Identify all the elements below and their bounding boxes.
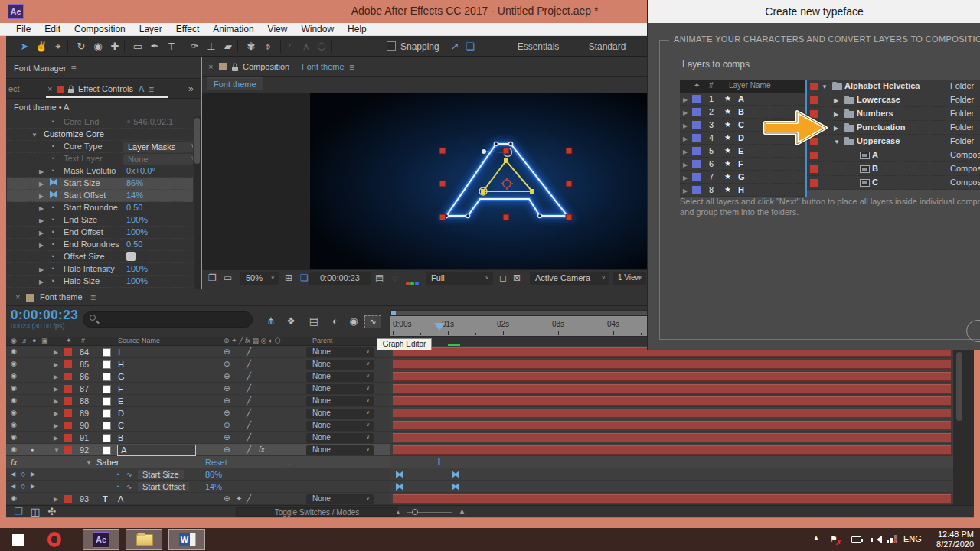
quality-switch-icon[interactable]: ╱	[247, 396, 251, 405]
volume-icon[interactable]	[873, 536, 882, 543]
eye-icon[interactable]: ◉	[11, 433, 17, 441]
stopwatch-icon[interactable]: ◔	[50, 240, 55, 249]
layer-label-box[interactable]	[103, 409, 111, 418]
layer-track-93[interactable]	[390, 493, 953, 505]
stopwatch-icon[interactable]: ◔	[50, 227, 55, 236]
tree-item-punctuation[interactable]: ▶ Punctuation Folder	[807, 121, 980, 135]
playhead[interactable]	[434, 323, 445, 331]
zoom-in-icon[interactable]: ▲	[458, 507, 466, 516]
keyframe-marker[interactable]	[452, 471, 459, 478]
search-input[interactable]	[83, 311, 253, 328]
more-link[interactable]: ...	[285, 458, 292, 467]
type-tool[interactable]: T	[164, 39, 179, 54]
tree-item-c[interactable]: C Composition	[807, 176, 980, 190]
eye-icon[interactable]: ◉	[11, 409, 17, 416]
eye-icon[interactable]: ◉	[11, 494, 17, 502]
primary-viewer-icon[interactable]: ▭	[224, 272, 232, 283]
next-keyframe-icon[interactable]: ▶	[31, 471, 35, 478]
close-icon[interactable]: ×	[47, 84, 52, 93]
shy-switch-icon[interactable]: ⊕	[224, 494, 230, 503]
work-area-start-handle[interactable]	[391, 311, 396, 315]
ec-row-start-offset[interactable]: ▶◔Start Offset14%	[7, 190, 193, 202]
ec-row-text-layer[interactable]: Text Layer◔None∨	[7, 153, 193, 165]
start-button[interactable]	[12, 534, 24, 546]
shy-switch-icon[interactable]: ⊕	[224, 384, 230, 393]
parent-dropdown[interactable]: None∨	[306, 433, 374, 443]
parent-dropdown[interactable]: None∨	[306, 445, 374, 455]
shy-switch-icon[interactable]: ⊕	[224, 347, 230, 356]
effect-track[interactable]: I	[390, 456, 953, 468]
tree-item-numbers[interactable]: ▶ Numbers Folder	[807, 107, 980, 121]
panel-menu-icon[interactable]: ≡	[90, 292, 96, 303]
brainstorm-icon[interactable]: ◉	[346, 314, 361, 328]
quality-switch-icon[interactable]: ╱	[247, 372, 251, 380]
quality-switch-icon[interactable]: ╱	[247, 445, 251, 454]
menu-composition[interactable]: Composition	[67, 24, 132, 34]
layer-label-box[interactable]	[103, 373, 111, 381]
shy-switch-icon[interactable]: ⊕	[224, 372, 230, 380]
language-indicator[interactable]: ENG	[903, 534, 922, 543]
battery-icon[interactable]	[851, 536, 861, 543]
stopwatch-icon[interactable]: ◔	[115, 470, 120, 479]
layer-track-90[interactable]	[390, 419, 953, 432]
layer-row-91[interactable]: ◉ ▶ 91 B ⊕╱None∨	[6, 432, 390, 444]
ec-row-end-roundnes[interactable]: ▶◔End Roundnes0.50	[7, 239, 193, 251]
eye-icon[interactable]: ◉	[11, 372, 17, 380]
parent-dropdown[interactable]: None∨	[306, 396, 374, 406]
hidden-icons-chevron[interactable]: ▲	[813, 534, 819, 541]
lock-icon[interactable]	[68, 85, 74, 93]
layer-track-86[interactable]	[390, 370, 953, 383]
eraser-tool[interactable]: ▰	[220, 39, 236, 54]
eye-icon[interactable]: ◉	[11, 421, 17, 429]
tree-item-lowercase[interactable]: ▶ Lowercase Folder	[807, 93, 980, 107]
layer-label-box[interactable]	[103, 348, 111, 357]
motion-blur-icon[interactable]: ◐	[328, 314, 343, 328]
grid-guides-icon[interactable]: ⊞	[285, 272, 292, 283]
quality-switch-icon[interactable]: ╱	[247, 433, 251, 442]
stopwatch-icon[interactable]: ◔	[50, 264, 55, 273]
shy-switch-icon[interactable]: ⊕	[224, 409, 230, 417]
comp-flowchart-icon[interactable]: ⋔	[263, 314, 279, 328]
close-icon[interactable]: ×	[15, 292, 20, 302]
prop-row-start-size[interactable]: ◀ ◇ ▶ ◔ ∿ Start Size 86%	[6, 468, 390, 481]
draft-3d-icon[interactable]: ❖	[283, 314, 299, 328]
typeface-layer-row[interactable]: ▶ 7 ★ G	[680, 171, 806, 184]
composition-tab-label[interactable]: Composition	[243, 62, 289, 71]
zoom-out-icon[interactable]: ▲	[395, 509, 401, 516]
layer-label-box[interactable]	[103, 397, 111, 406]
snap-target-icon[interactable]: ❏	[462, 39, 478, 54]
prev-keyframe-icon[interactable]: ◀	[11, 471, 15, 478]
ec-row-halo-intensity[interactable]: ▶◔Halo Intensity100%	[7, 263, 193, 276]
prop-track[interactable]	[390, 468, 953, 481]
viewer-timecode[interactable]: 0:00:00:23	[309, 272, 371, 285]
selection-tool[interactable]: ➤	[17, 39, 32, 54]
ec-row-start-roundne[interactable]: ▶◔Start Roundne0.50	[7, 202, 193, 214]
roto-brush-tool[interactable]: ✾	[243, 39, 259, 54]
stopwatch-icon[interactable]: ◔	[50, 191, 57, 198]
fast-previews-icon[interactable]: ◻	[499, 272, 507, 283]
layer-row-86[interactable]: ◉ ▶ 86 G ⊕╱None∨	[6, 370, 390, 383]
parent-dropdown[interactable]: None∨	[306, 360, 374, 370]
current-timecode[interactable]: 0:00:00:23	[11, 308, 78, 323]
layer-label-box[interactable]	[103, 422, 111, 430]
eye-icon[interactable]: ◉	[11, 396, 17, 404]
layer-label-box[interactable]	[103, 434, 111, 442]
layer-track-91[interactable]	[390, 432, 953, 444]
font-manager-tab[interactable]: Font Manager ≡	[14, 63, 77, 73]
clock[interactable]: 12:48 PM 8/27/2020	[925, 530, 974, 549]
composition-canvas[interactable]	[310, 93, 647, 269]
eye-icon[interactable]: ◉	[11, 347, 17, 355]
action-center-flag-icon[interactable]: ⚑✗	[830, 534, 838, 544]
word-taskbar-button[interactable]: W	[168, 529, 205, 550]
channel-icon[interactable]	[406, 275, 420, 289]
quality-switch-icon[interactable]: ╱	[247, 347, 251, 356]
prev-keyframe-icon[interactable]: ◀	[11, 483, 15, 490]
ec-dropdown-text-layer[interactable]: None∨	[123, 154, 193, 165]
effects-switch-icon[interactable]: ✦	[236, 494, 242, 503]
layer-row-84[interactable]: ◉ ▶ 84 I ⊕╱None∨	[6, 346, 390, 358]
ec-checkbox-offset-size[interactable]: ✓	[126, 252, 136, 261]
region-of-interest-icon[interactable]: ❏	[300, 272, 309, 283]
expand-layers-icon[interactable]: ❐	[11, 504, 26, 519]
typeface-window-title[interactable]: Create new typeface	[648, 0, 980, 23]
typeface-layer-row[interactable]: ▶ 8 ★ H	[680, 184, 806, 197]
